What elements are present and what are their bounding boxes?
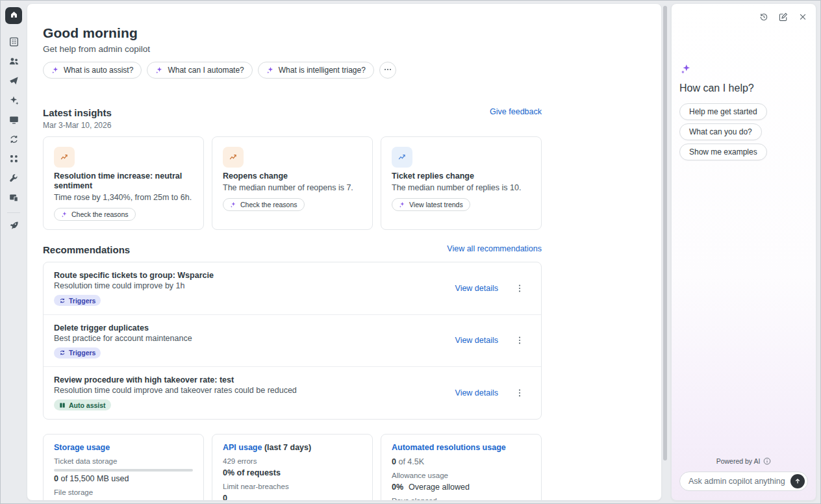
metric: Ticket data storage 0 of 15,500 MB used <box>54 457 193 484</box>
auto-assist-badge: Auto assist <box>54 399 111 410</box>
arrow-up-icon <box>794 478 801 485</box>
give-feedback-link[interactable]: Give feedback <box>490 107 542 116</box>
view-latest-trends-button[interactable]: View latest trends <box>392 198 470 211</box>
book-icon <box>59 402 66 409</box>
home-icon <box>9 10 19 22</box>
recommendation-subtitle: Resolution time could improve and takeov… <box>54 385 455 396</box>
chip-label: What is intelligent triage? <box>279 66 366 75</box>
view-details-link[interactable]: View details <box>455 336 498 345</box>
chip-what-is-intelligent-triage[interactable]: What is intelligent triage? <box>258 62 374 79</box>
send-button[interactable] <box>790 474 805 488</box>
metric: 429 errors 0% of requests <box>223 457 362 478</box>
sidebar-item-people[interactable] <box>5 53 23 72</box>
chip-what-is-auto-assist[interactable]: What is auto assist? <box>43 62 142 79</box>
metric-suffix: of 4.5K <box>396 457 424 466</box>
sidebar-item-workflow[interactable] <box>5 131 23 150</box>
copilot-suggestions: Help me get started What can you do? Sho… <box>679 103 808 160</box>
api-usage-card: API usage (last 7 days) 429 errors 0% of… <box>212 434 373 501</box>
metric-value: 0 <box>392 457 396 466</box>
copilot-input[interactable] <box>688 477 790 486</box>
recommendation-title: Review procedure with high takeover rate… <box>54 375 455 385</box>
suggestion-show-me-examples[interactable]: Show me examples <box>679 144 767 160</box>
automated-resolutions-usage-card: Automated resolutions usage 0 of 4.5K Al… <box>381 434 542 501</box>
recommendation-row: Route specific tickets to group: Wsparci… <box>44 262 541 314</box>
view-all-recommendations-link[interactable]: View all recommendations <box>447 244 542 253</box>
check-the-reasons-button[interactable]: Check the reasons <box>223 198 305 211</box>
sparkle-icon <box>155 66 163 74</box>
insights-title: Latest insights <box>43 107 112 119</box>
trend-up-icon <box>392 147 412 168</box>
api-usage-link[interactable]: API usage <box>223 443 262 452</box>
people-icon <box>8 56 19 69</box>
insight-card-body: The median number of reopens is 7. <box>223 183 362 193</box>
sidebar-item-getting-started[interactable] <box>5 217 23 236</box>
page-subtitle: Get help from admin copilot <box>43 44 542 55</box>
metric: Allowance usage 0%Overage allowed <box>392 472 531 492</box>
new-conversation-button[interactable] <box>778 12 789 22</box>
sidebar-item-ai[interactable] <box>5 92 23 111</box>
insights-header: Latest insights Mar 3-Mar 10, 2026 Give … <box>43 107 542 131</box>
recommendation-row: Review procedure with high takeover rate… <box>44 366 541 419</box>
chip-label: What can I automate? <box>168 66 244 75</box>
account-icon <box>8 36 19 50</box>
trend-up-icon <box>223 147 244 168</box>
kebab-menu-button[interactable] <box>514 334 525 346</box>
insight-card-title: Reopens change <box>223 171 362 181</box>
close-button[interactable] <box>798 12 808 22</box>
info-icon[interactable] <box>763 457 771 465</box>
storage-usage-card: Storage usage Ticket data storage 0 of 1… <box>43 434 204 501</box>
main-scrollbar[interactable] <box>663 6 667 460</box>
chip-what-can-i-automate[interactable]: What can I automate? <box>147 62 252 79</box>
insight-card: Reopens change The median number of reop… <box>212 136 373 230</box>
recommendations-header: Recommendations View all recommendations <box>43 244 542 256</box>
kebab-menu-button[interactable] <box>514 387 525 399</box>
insight-card-title: Resolution time increase: neutral sentim… <box>54 171 193 191</box>
sidebar-item-knowledge[interactable] <box>5 189 23 208</box>
api-usage-title-suffix: (last 7 days) <box>262 443 311 452</box>
view-details-link[interactable]: View details <box>455 388 498 397</box>
sidebar-item-home[interactable] <box>5 7 22 24</box>
compose-icon <box>779 12 788 21</box>
page-title: Good morning <box>43 25 542 41</box>
more-chips-button[interactable] <box>379 62 396 79</box>
powered-by-label: Powered by AI <box>716 457 761 465</box>
recommendation-title: Delete trigger duplicates <box>54 323 455 333</box>
automated-resolutions-usage-link[interactable]: Automated resolutions usage <box>392 443 506 452</box>
app-window: Good morning Get help from admin copilot… <box>0 0 821 504</box>
rocket-icon <box>8 220 19 234</box>
kebab-menu-button[interactable] <box>514 283 525 294</box>
powered-by-ai: Powered by AI <box>679 457 808 465</box>
sparkle-icon <box>8 95 19 108</box>
view-details-link[interactable]: View details <box>455 284 498 293</box>
sidebar-item-tools[interactable] <box>5 170 23 189</box>
storage-usage-link[interactable]: Storage usage <box>54 443 110 452</box>
metric-value: 0 <box>223 494 227 501</box>
history-button[interactable] <box>759 12 769 22</box>
sidebar-item-objects[interactable] <box>5 150 23 170</box>
badge-label: Auto assist <box>69 401 106 409</box>
recommendation-subtitle: Resolution time could improve by 1h <box>54 281 455 291</box>
sidebar-item-channels[interactable] <box>5 111 23 131</box>
sparkle-icon <box>51 66 59 74</box>
progress-bar <box>54 500 193 501</box>
insight-cards: Resolution time increase: neutral sentim… <box>43 136 542 230</box>
sidebar-item-account[interactable] <box>5 33 23 53</box>
check-the-reasons-button[interactable]: Check the reasons <box>54 208 136 221</box>
metric: Limit near-breaches 0 <box>223 483 362 501</box>
ellipsis-icon <box>384 66 392 75</box>
sparkle-icon <box>266 66 274 74</box>
insight-card: Ticket replies change The median number … <box>381 136 542 230</box>
suggestion-what-can-you-do[interactable]: What can you do? <box>679 123 762 140</box>
sparkle-icon <box>399 201 405 208</box>
metric: 0 of 4.5K <box>392 457 531 467</box>
metric-label: Allowance usage <box>392 472 531 480</box>
insight-card-title: Ticket replies change <box>392 171 531 181</box>
main-panel: Good morning Get help from admin copilot… <box>27 3 662 501</box>
sidebar <box>1 1 27 503</box>
send-icon <box>8 75 19 89</box>
usage-cards: Storage usage Ticket data storage 0 of 1… <box>43 434 542 501</box>
cycle-icon <box>59 297 66 304</box>
sidebar-item-send[interactable] <box>5 72 23 92</box>
suggestion-help-me-get-started[interactable]: Help me get started <box>679 103 767 120</box>
copilot-toolbar <box>679 12 808 22</box>
